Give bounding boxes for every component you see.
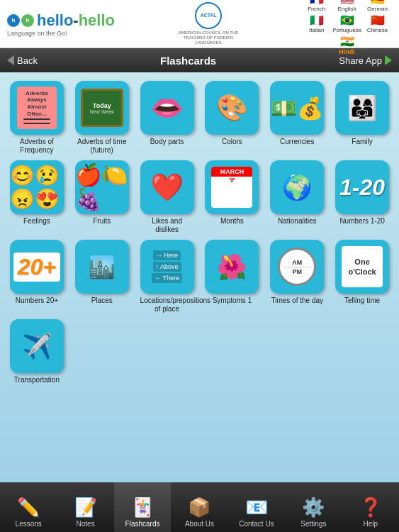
card-colors[interactable]: 🎨 Colors xyxy=(203,81,262,155)
card-family-label: Family xyxy=(352,138,372,146)
back-arrow-icon xyxy=(7,55,14,65)
card-body-image: 👄 xyxy=(140,81,194,135)
chalkboard-icon: Today Next Week xyxy=(81,89,123,127)
french-label: French xyxy=(308,6,325,12)
card-adverbs-freq[interactable]: AdverbsAlwaysAlmostOften... Adverbs of F… xyxy=(7,81,67,155)
card-symptoms-label: Symptoms 1 xyxy=(213,297,252,305)
card-months-image: MARCH 📅 xyxy=(205,160,259,214)
card-feelings-image: 😊😢😠😍 xyxy=(10,160,64,214)
card-feelings[interactable]: 😊😢😠😍 Feelings xyxy=(7,160,67,234)
globe-icon: 🌍 xyxy=(282,173,312,201)
german-label: German xyxy=(367,6,388,12)
share-button[interactable]: Share App xyxy=(339,55,392,66)
calendar-icon: MARCH 📅 xyxy=(211,167,252,208)
settings-label: Settings xyxy=(300,520,326,528)
actfl-logo: ACTFL xyxy=(195,2,222,29)
card-locations-label: Locations/prepositions of place xyxy=(140,297,194,314)
flashcards-icon: 🃏 xyxy=(131,497,154,519)
card-telling-image: Oneo'Clock xyxy=(335,240,389,294)
card-times-day[interactable]: AM PM Times of the day xyxy=(267,240,327,314)
card-adverbs-time-image: Today Next Week xyxy=(75,81,129,135)
card-months[interactable]: MARCH 📅 Months xyxy=(203,160,262,234)
card-nationalities[interactable]: 🌍 Nationalities xyxy=(267,160,327,234)
card-colors-image: 🎨 xyxy=(205,81,259,135)
german-flag-icon: 🇩🇪 xyxy=(371,0,385,6)
flag-chinese[interactable]: 🇨🇳 Chinese xyxy=(363,13,392,33)
notes-icon: 📝 xyxy=(74,497,97,519)
card-symptoms[interactable]: 🌺 Symptoms 1 xyxy=(203,240,262,314)
card-fruits[interactable]: 🍎🍋🍇 Fruits xyxy=(72,160,132,234)
share-icon xyxy=(385,55,392,65)
bottom-flashcards[interactable]: 🃏 Flashcards xyxy=(114,482,171,532)
flags-section: 🇫🇷 French 🇺🇸 English 🇩🇪 German 🇮🇹 Italia… xyxy=(302,0,392,55)
hindi-flag-icon: 🇮🇳 xyxy=(340,35,354,48)
card-currencies[interactable]: 💵💰 Currencies xyxy=(267,81,327,155)
palette-icon: 🎨 xyxy=(216,93,248,123)
help-icon: ❓ xyxy=(359,497,382,519)
hindi-label: Hindi xyxy=(339,48,355,55)
bottom-nav: ✏️ Lessons 📝 Notes 🃏 Flashcards 📦 About … xyxy=(0,482,399,532)
english-flag-icon: 🇺🇸 xyxy=(340,0,354,6)
numbers20plus-icon: 20+ xyxy=(13,253,60,282)
card-places-label: Places xyxy=(91,297,113,305)
card-numbers-1-20[interactable]: 1-20 Numbers 1-20 xyxy=(332,160,392,234)
card-locations[interactable]: → Here ↑ Above ← There Locations/preposi… xyxy=(137,240,197,314)
numbers120-icon: 1-20 xyxy=(339,174,385,201)
card-nationalities-image: 🌍 xyxy=(270,160,324,214)
currency-icon: 💵💰 xyxy=(271,96,323,121)
portuguese-label: Portuguese xyxy=(332,27,361,33)
card-family-image: 👨‍👩‍👧 xyxy=(335,81,389,135)
card-places[interactable]: 🏙️ Places xyxy=(72,240,132,314)
flag-portuguese[interactable]: 🇧🇷 Portuguese xyxy=(332,13,361,33)
logo-bubble-green: h xyxy=(21,14,34,27)
card-likes-label: Likes and dislikes xyxy=(140,217,194,234)
card-body-parts[interactable]: 👄 Body parts xyxy=(137,81,197,155)
bottom-about[interactable]: 📦 About Us xyxy=(171,482,227,532)
lessons-icon: ✏️ xyxy=(17,497,40,519)
back-button[interactable]: Back xyxy=(7,55,38,66)
italian-label: Italian xyxy=(309,27,324,33)
card-symptoms-image: 🌺 xyxy=(205,240,259,294)
card-currencies-label: Currencies xyxy=(280,138,314,146)
card-likes[interactable]: ❤️ Likes and dislikes xyxy=(137,160,197,234)
flag-hindi[interactable]: 🇮🇳 Hindi xyxy=(302,35,392,55)
card-telling-time[interactable]: Oneo'Clock Telling time xyxy=(332,240,392,314)
chinese-flag-icon: 🇨🇳 xyxy=(371,13,385,27)
card-locations-image: → Here ↑ Above ← There xyxy=(140,240,194,294)
bottom-lessons[interactable]: ✏️ Lessons xyxy=(0,482,57,532)
card-transport-image: ✈️ xyxy=(10,319,64,373)
italian-flag-icon: 🇮🇹 xyxy=(310,13,324,27)
card-body-label: Body parts xyxy=(150,138,184,146)
bottom-settings[interactable]: ⚙️ Settings xyxy=(285,482,342,532)
portuguese-flag-icon: 🇧🇷 xyxy=(340,13,354,27)
card-family[interactable]: 👨‍👩‍👧 Family xyxy=(332,81,392,155)
logo-text-part1: hello-hello xyxy=(37,11,115,30)
flashcards-grid: AdverbsAlwaysAlmostOften... Adverbs of F… xyxy=(7,81,392,384)
flag-italian[interactable]: 🇮🇹 Italian xyxy=(302,13,331,33)
fruits-icon: 🍎🍋🍇 xyxy=(75,162,129,212)
card-fruits-image: 🍎🍋🍇 xyxy=(75,160,129,214)
card-numbers-20plus[interactable]: 20+ Numbers 20+ xyxy=(7,240,67,314)
flag-german[interactable]: 🇩🇪 German xyxy=(363,0,392,12)
notebook-icon: AdverbsAlwaysAlmostOften... xyxy=(17,87,57,129)
bottom-help[interactable]: ❓ Help xyxy=(342,482,399,532)
card-adverbs-time[interactable]: Today Next Week Adverbs of time (future) xyxy=(72,81,132,155)
logo-section: h h hello-hello Language on the Go! xyxy=(7,11,115,37)
smileys-icon: 😊😢😠😍 xyxy=(10,164,64,211)
settings-icon: ⚙️ xyxy=(302,497,325,519)
card-fruits-label: Fruits xyxy=(93,217,111,226)
card-adverbs-freq-label: Adverbs of Frequency xyxy=(10,138,64,155)
logo-icons: h h xyxy=(7,14,34,27)
bottom-notes[interactable]: 📝 Notes xyxy=(57,482,113,532)
main-content: AdverbsAlwaysAlmostOften... Adverbs of F… xyxy=(0,72,399,482)
card-numbers-20plus-label: Numbers 20+ xyxy=(16,297,58,305)
contact-icon: 📧 xyxy=(245,497,268,519)
card-likes-image: ❤️ xyxy=(140,160,194,214)
flag-french[interactable]: 🇫🇷 French xyxy=(302,0,331,12)
bottom-contact[interactable]: 📧 Contact Us xyxy=(228,482,285,532)
card-transportation[interactable]: ✈️ Transportation xyxy=(7,319,67,384)
card-nationalities-label: Nationalities xyxy=(278,217,316,226)
flag-english[interactable]: 🇺🇸 English xyxy=(332,0,361,12)
lessons-label: Lessons xyxy=(16,520,42,528)
clock-icon: AM PM xyxy=(278,248,316,286)
